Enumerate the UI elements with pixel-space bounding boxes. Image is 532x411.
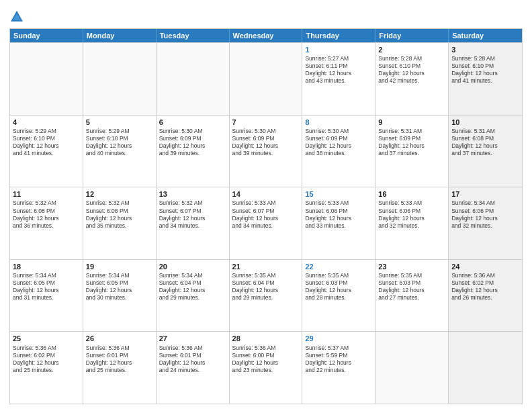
calendar-header-row: SundayMondayTuesdayWednesdayThursdayFrid… <box>10 29 522 42</box>
calendar-body: 1Sunrise: 5:27 AMSunset: 6:11 PMDaylight… <box>10 42 522 404</box>
week-row-2: 4Sunrise: 5:29 AMSunset: 6:10 PMDaylight… <box>10 115 522 187</box>
header-day-friday: Friday <box>375 29 449 42</box>
week-row-1: 1Sunrise: 5:27 AMSunset: 6:11 PMDaylight… <box>10 42 522 115</box>
day-info: Sunrise: 5:34 AM <box>86 272 153 279</box>
day-number: 22 <box>305 262 372 271</box>
header-day-saturday: Saturday <box>449 29 522 42</box>
day-info: Sunrise: 5:35 AM <box>232 272 300 279</box>
day-info: and 22 minutes. <box>305 367 372 374</box>
cal-cell: 26Sunrise: 5:36 AMSunset: 6:01 PMDayligh… <box>83 332 157 404</box>
cal-cell: 22Sunrise: 5:35 AMSunset: 6:03 PMDayligh… <box>302 260 375 332</box>
cal-cell: 27Sunrise: 5:36 AMSunset: 6:01 PMDayligh… <box>157 332 230 404</box>
day-info: Daylight: 12 hours <box>305 287 372 294</box>
day-info: Sunset: 6:02 PM <box>451 279 519 287</box>
cal-cell <box>449 332 522 404</box>
day-info: Sunset: 6:06 PM <box>305 208 372 215</box>
page: SundayMondayTuesdayWednesdayThursdayFrid… <box>0 0 532 411</box>
day-number: 27 <box>159 334 226 343</box>
day-info: Daylight: 12 hours <box>305 359 372 367</box>
day-info: Sunrise: 5:29 AM <box>13 128 80 135</box>
day-info: Daylight: 12 hours <box>86 142 153 150</box>
day-info: Sunrise: 5:30 AM <box>159 128 226 135</box>
day-info: Sunset: 6:09 PM <box>232 135 300 142</box>
day-info: Sunrise: 5:28 AM <box>451 55 519 62</box>
day-info: Daylight: 12 hours <box>86 359 153 367</box>
day-info: Sunrise: 5:32 AM <box>13 199 80 207</box>
logo-icon <box>9 9 24 24</box>
cal-cell: 25Sunrise: 5:36 AMSunset: 6:02 PMDayligh… <box>10 332 83 404</box>
day-info: Sunset: 6:10 PM <box>13 135 80 142</box>
day-number: 29 <box>305 334 372 343</box>
day-info: and 41 minutes. <box>451 77 519 85</box>
day-info: Sunrise: 5:30 AM <box>305 128 372 135</box>
header-day-thursday: Thursday <box>302 29 375 42</box>
day-info: Sunset: 6:06 PM <box>378 208 445 215</box>
week-row-5: 25Sunrise: 5:36 AMSunset: 6:02 PMDayligh… <box>10 331 522 404</box>
day-info: Daylight: 12 hours <box>86 287 153 294</box>
day-info: Daylight: 12 hours <box>13 287 80 294</box>
day-info: Sunrise: 5:36 AM <box>159 345 226 352</box>
cal-cell: 2Sunrise: 5:28 AMSunset: 6:10 PMDaylight… <box>375 43 449 115</box>
day-info: Sunrise: 5:35 AM <box>378 272 445 279</box>
day-info: Daylight: 12 hours <box>232 287 300 294</box>
cal-cell: 1Sunrise: 5:27 AMSunset: 6:11 PMDaylight… <box>302 43 375 115</box>
day-info: Sunset: 6:11 PM <box>305 62 372 70</box>
day-info: Sunset: 6:05 PM <box>13 279 80 287</box>
day-info: and 24 minutes. <box>159 367 226 374</box>
day-info: Sunrise: 5:34 AM <box>159 272 226 279</box>
day-info: Sunset: 6:09 PM <box>159 135 226 142</box>
day-number: 2 <box>378 45 445 54</box>
cal-cell <box>375 332 449 404</box>
header <box>9 7 523 24</box>
day-number: 16 <box>378 189 445 199</box>
day-number: 13 <box>159 189 226 199</box>
day-number: 20 <box>159 262 226 271</box>
day-info: Daylight: 12 hours <box>378 70 445 77</box>
cal-cell <box>10 43 83 115</box>
day-info: and 29 minutes. <box>232 294 300 302</box>
cal-cell: 17Sunrise: 5:34 AMSunset: 6:06 PMDayligh… <box>449 187 522 259</box>
day-info: Daylight: 12 hours <box>451 70 519 77</box>
day-info: and 25 minutes. <box>86 367 153 374</box>
day-info: Sunset: 6:10 PM <box>86 135 153 142</box>
day-info: and 35 minutes. <box>86 222 153 230</box>
day-info: and 31 minutes. <box>13 294 80 302</box>
day-info: Sunset: 6:10 PM <box>378 62 445 70</box>
day-info: and 37 minutes. <box>451 150 519 157</box>
day-info: Sunrise: 5:36 AM <box>232 345 300 352</box>
day-info: Sunrise: 5:29 AM <box>86 128 153 135</box>
day-info: Daylight: 12 hours <box>378 142 445 150</box>
day-info: Daylight: 12 hours <box>232 142 300 150</box>
day-info: Sunrise: 5:36 AM <box>86 345 153 352</box>
day-info: Daylight: 12 hours <box>305 70 372 77</box>
day-info: Sunrise: 5:34 AM <box>451 199 519 207</box>
day-info: Sunrise: 5:36 AM <box>451 272 519 279</box>
cal-cell: 23Sunrise: 5:35 AMSunset: 6:03 PMDayligh… <box>375 260 449 332</box>
calendar: SundayMondayTuesdayWednesdayThursdayFrid… <box>9 28 523 404</box>
day-info: Sunset: 6:08 PM <box>86 208 153 215</box>
day-info: Sunrise: 5:37 AM <box>305 345 372 352</box>
day-info: Sunset: 6:01 PM <box>159 352 226 359</box>
day-number: 9 <box>378 118 445 127</box>
cal-cell: 12Sunrise: 5:32 AMSunset: 6:08 PMDayligh… <box>83 187 157 259</box>
day-number: 23 <box>378 262 445 271</box>
cal-cell: 16Sunrise: 5:33 AMSunset: 6:06 PMDayligh… <box>375 187 449 259</box>
cal-cell: 28Sunrise: 5:36 AMSunset: 6:00 PMDayligh… <box>230 332 303 404</box>
logo <box>9 9 26 24</box>
day-info: Daylight: 12 hours <box>232 215 300 222</box>
day-number: 12 <box>86 189 153 199</box>
day-info: Sunrise: 5:30 AM <box>232 128 300 135</box>
cal-cell: 7Sunrise: 5:30 AMSunset: 6:09 PMDaylight… <box>230 116 303 187</box>
day-info: Daylight: 12 hours <box>159 215 226 222</box>
day-info: Daylight: 12 hours <box>159 287 226 294</box>
day-info: Daylight: 12 hours <box>378 215 445 222</box>
day-info: Sunrise: 5:31 AM <box>451 128 519 135</box>
day-number: 18 <box>13 262 80 271</box>
day-info: Sunrise: 5:33 AM <box>378 199 445 207</box>
day-info: and 26 minutes. <box>451 294 519 302</box>
day-info: Sunrise: 5:33 AM <box>305 199 372 207</box>
day-number: 14 <box>232 189 300 199</box>
day-info: Sunset: 6:07 PM <box>232 208 300 215</box>
day-info: and 39 minutes. <box>159 150 226 157</box>
cal-cell <box>83 43 157 115</box>
